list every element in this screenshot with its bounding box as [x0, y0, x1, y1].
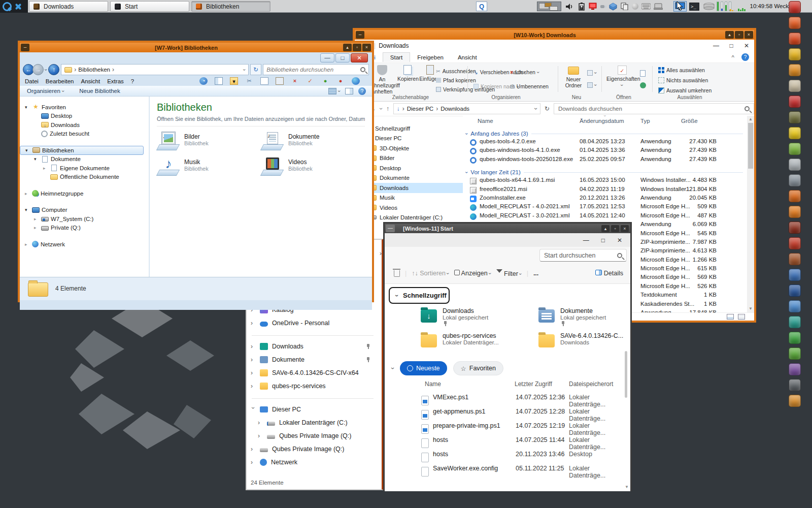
view-details-icon[interactable] [738, 314, 745, 320]
volume-icon[interactable] [564, 2, 574, 11]
clock[interactable]: 10:49:58 Weck [742, 0, 789, 13]
file-row[interactable]: ZoomInstaller.exe20.12.2021 13:26 Anwend… [463, 195, 747, 203]
paste-icon[interactable] [276, 77, 284, 85]
shade-button[interactable]: ▴ [601, 225, 610, 232]
laptop-icon[interactable] [653, 2, 664, 11]
launcher-doc-gray[interactable] [789, 158, 801, 171]
cut-icon[interactable]: ✂ [245, 77, 253, 85]
recent-file-row[interactable]: prepare-private-img.ps1 14.07.2025 12:19… [385, 422, 623, 436]
launcher-notes-red[interactable] [789, 1, 801, 13]
user-allow-icon[interactable]: ● [321, 77, 329, 85]
up-icon[interactable]: ↑ [386, 105, 389, 112]
launcher-swirl-brown[interactable] [789, 253, 801, 265]
w10-titlebar[interactable]: – [W10-Work] Downloads ▴ ▫ × [355, 30, 754, 40]
close-button[interactable]: × [745, 31, 753, 39]
organize-button[interactable]: Organisieren [27, 88, 60, 94]
win11-titlebar[interactable]: — [Windows-11] Start ▴ ▫ × [385, 224, 630, 233]
terminal-icon[interactable]: >_ [688, 2, 700, 11]
launcher-card-beige[interactable] [789, 80, 801, 92]
edit-button[interactable] [640, 70, 646, 77]
close-button[interactable]: × [362, 44, 371, 51]
invert-selection-button[interactable]: Auswahl umkehren [658, 87, 712, 93]
workspace-pager[interactable] [537, 2, 561, 11]
cut-button[interactable]: ✂Ausschneiden [436, 68, 476, 74]
close-button[interactable]: × [621, 225, 629, 232]
address-bar[interactable]: › Bibliotheken ›› [61, 64, 249, 75]
tree-item[interactable]: Bibliotheken [20, 146, 144, 155]
usb-device-icon[interactable] [599, 2, 608, 11]
view-button[interactable]: Anzeigen › [454, 270, 491, 277]
expand-chevron-icon[interactable]: › [251, 369, 256, 376]
expand-chevron-icon[interactable]: › [251, 343, 256, 350]
sidebar-item[interactable]: › SAVe-6.4.0.13426-CS-CIV-x64 [248, 366, 378, 379]
copy-path-button[interactable]: Pfad kopieren [436, 77, 476, 83]
quick-item-qubes-rpc[interactable]: qubes-rpc-servicesLokaler Datenträger... [421, 332, 532, 347]
quick-access-expander[interactable]: › Schnellzugriff [389, 287, 450, 304]
delete-button[interactable]: ×Löschen› [510, 69, 539, 75]
recent-file-row[interactable]: hosts 20.11.2023 13:46 Desktop [385, 451, 623, 465]
help-icon[interactable]: ? [741, 53, 749, 61]
launcher-cross-red[interactable] [789, 237, 801, 249]
nav-orb-icon[interactable]: ◔ [199, 77, 208, 85]
launcher-ball-gray[interactable] [789, 379, 801, 391]
expand-chevron-icon[interactable]: › [250, 407, 257, 412]
filter-button[interactable]: Filter › [496, 269, 522, 277]
launcher-ball-purple[interactable] [789, 363, 801, 375]
expander-icon[interactable] [25, 191, 30, 196]
refresh-icon[interactable]: ↻ [545, 105, 550, 112]
tab-ansicht[interactable]: Ansicht [451, 53, 484, 62]
history-dropdown-icon[interactable]: › [43, 69, 49, 70]
tree-item[interactable]: Computer [20, 206, 149, 215]
history-button[interactable] [640, 82, 646, 88]
sidebar-item[interactable]: › [252, 330, 374, 336]
library-tile[interactable]: ♪ Videos Bibliothek [261, 156, 365, 176]
new-item-button[interactable]: › [587, 70, 596, 76]
launcher-bars-green[interactable] [789, 332, 801, 344]
minimize-button[interactable]: – [356, 31, 364, 39]
search-box[interactable]: Start durchsuchen [539, 249, 627, 262]
file-row[interactable]: qubes-windows-tools-4.1.0.exe01.04.2025 … [463, 147, 747, 155]
close-button[interactable]: ✕ [617, 237, 622, 244]
address-bar[interactable]: ↓ ›Dieser PC ›Downloads › [393, 103, 540, 114]
qubes-cube-icon[interactable] [608, 2, 618, 11]
file-row[interactable]: qubes-tools-x64-4.1.69.1.msi16.05.2023 1… [463, 177, 747, 185]
library-tile[interactable]: ♪ Dokumente Bibliothek [261, 131, 365, 150]
copy-button[interactable]: Kopieren [397, 65, 418, 82]
sidebar-item[interactable]: › Downloads [248, 340, 378, 353]
favorites-pill[interactable]: ☆Favoriten [453, 361, 503, 375]
launcher-basket-orange[interactable] [789, 395, 801, 407]
battery-icon[interactable] [577, 2, 587, 11]
menu-bearbeiten[interactable]: Bearbeiten [46, 78, 74, 84]
group-header[interactable]: › Anfang des Jahres (3) [463, 129, 747, 138]
quick-item-save[interactable]: SAVe-6.4.0.13426-C...Downloads [538, 332, 630, 347]
windows11-start-window[interactable]: — [Windows-11] Start ▴ ▫ × — □ ✕ Start d… [383, 222, 632, 491]
expand-chevron-icon[interactable]: › [251, 383, 256, 390]
expand-chevron-icon[interactable]: › [258, 432, 263, 439]
expander-icon[interactable] [25, 105, 30, 110]
launcher-doc-dark[interactable] [789, 174, 801, 186]
crumb-pc[interactable]: Dieser PC [407, 106, 433, 112]
shade-button[interactable]: ▴ [343, 44, 352, 51]
copy-icon[interactable] [260, 77, 268, 85]
new-library-button[interactable]: Neue Bibliothek [79, 88, 120, 94]
sidebar-item[interactable]: › Netzwerk [248, 456, 378, 469]
minimize-button[interactable]: — [583, 237, 589, 244]
qubes-menu-icon[interactable] [3, 2, 12, 11]
file-row[interactable]: qubes-tools-4.2.0.exe08.04.2025 13:23 An… [463, 138, 747, 147]
expander-icon[interactable] [34, 156, 39, 162]
launcher-ring-orange[interactable] [789, 206, 801, 218]
shade-button[interactable]: ▴ [725, 31, 734, 39]
launcher-avatar-maroon[interactable] [789, 221, 801, 234]
close-button[interactable]: ✕ [739, 42, 754, 49]
quick-item-downloads[interactable]: DownloadsLokal gespeichert [421, 307, 532, 328]
launcher-ball-yellow[interactable] [789, 48, 801, 60]
tree-item[interactable]: Eigene Dokumente [20, 164, 149, 173]
launcher-grid-red[interactable] [789, 96, 801, 108]
quick-item-dokumente[interactable]: DokumenteLokal gespeichert [538, 307, 630, 328]
w7-titlebar[interactable]: – [W7-Work] Bibliotheken ▴ ▫ × [20, 43, 372, 52]
globe-icon[interactable] [352, 77, 360, 85]
tree-item[interactable]: Netzwerk [20, 240, 149, 249]
menu-datei[interactable]: Datei [25, 78, 39, 84]
expander-icon[interactable] [34, 225, 39, 230]
file-row[interactable]: Modell_RECPLAST - 4.0-2021.xml17.05.2021… [463, 203, 747, 212]
